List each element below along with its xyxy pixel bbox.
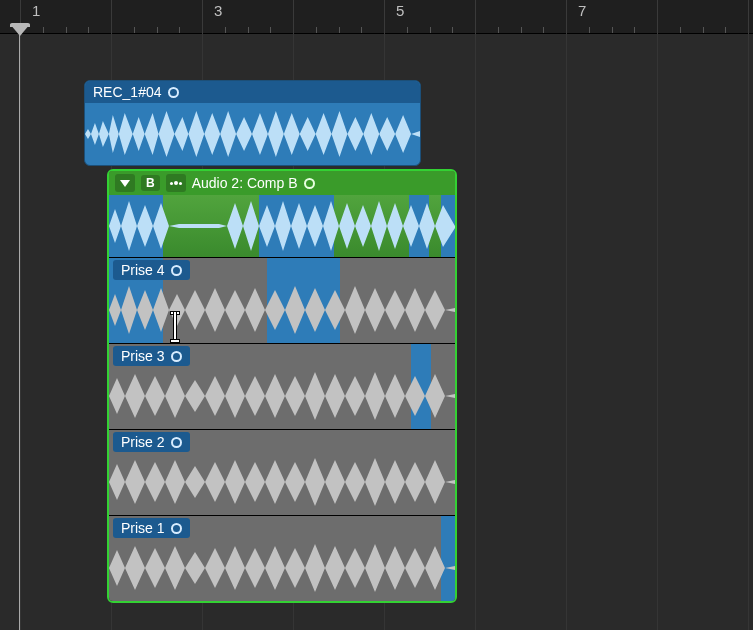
take-label[interactable]: Prise 2	[113, 432, 190, 452]
loop-icon	[171, 265, 182, 276]
waveform	[109, 280, 455, 340]
svg-marker-3	[109, 372, 455, 420]
ruler-label: 5	[396, 2, 404, 19]
chevron-down-icon	[120, 180, 130, 187]
svg-marker-1	[109, 201, 455, 251]
ruler-ticks	[0, 23, 753, 33]
ruler-label: 1	[32, 2, 40, 19]
take-lane[interactable]: Prise 1	[109, 515, 455, 601]
waveform	[109, 538, 455, 598]
playhead[interactable]	[10, 24, 30, 36]
comp-tag[interactable]: B	[141, 175, 160, 191]
take-label[interactable]: Prise 4	[113, 260, 190, 280]
comp-title: Audio 2: Comp B	[192, 175, 298, 191]
loop-icon	[171, 523, 182, 534]
audio-region-rec1-04[interactable]: REC_1#04	[84, 80, 421, 166]
take-name: Prise 2	[121, 434, 165, 450]
svg-marker-2	[109, 286, 455, 334]
take-lane[interactable]: Prise 3	[109, 343, 455, 429]
waveform	[85, 103, 420, 165]
ruler-label: 7	[578, 2, 586, 19]
take-name: Prise 3	[121, 348, 165, 364]
take-lane[interactable]: Prise 2	[109, 429, 455, 515]
comp-header[interactable]: B Audio 2: Comp B	[109, 171, 455, 195]
take-label[interactable]: Prise 1	[113, 518, 190, 538]
disclosure-button[interactable]	[115, 174, 135, 192]
svg-marker-5	[109, 544, 455, 592]
take-folder-audio2[interactable]: B Audio 2: Comp B Prise	[107, 169, 457, 603]
loop-icon	[304, 178, 315, 189]
split-cursor-icon[interactable]	[171, 312, 179, 342]
take-lane[interactable]: Prise 4	[109, 257, 455, 343]
region-name: REC_1#04	[93, 84, 162, 100]
region-header[interactable]: REC_1#04	[85, 81, 420, 103]
svg-marker-0	[85, 111, 420, 157]
ruler-label: 3	[214, 2, 222, 19]
playhead-line	[19, 34, 20, 630]
take-name: Prise 1	[121, 520, 165, 536]
timeline-ruler[interactable]: 1 3 5 7	[0, 0, 753, 34]
quick-swipe-icon[interactable]	[166, 174, 186, 192]
comp-row[interactable]: B Audio 2: Comp B	[109, 171, 455, 257]
comp-waveform[interactable]	[109, 195, 455, 257]
waveform	[109, 366, 455, 426]
loop-icon	[171, 437, 182, 448]
take-label[interactable]: Prise 3	[113, 346, 190, 366]
take-name: Prise 4	[121, 262, 165, 278]
loop-icon	[171, 351, 182, 362]
waveform	[109, 452, 455, 512]
loop-icon	[168, 87, 179, 98]
svg-marker-4	[109, 458, 455, 506]
